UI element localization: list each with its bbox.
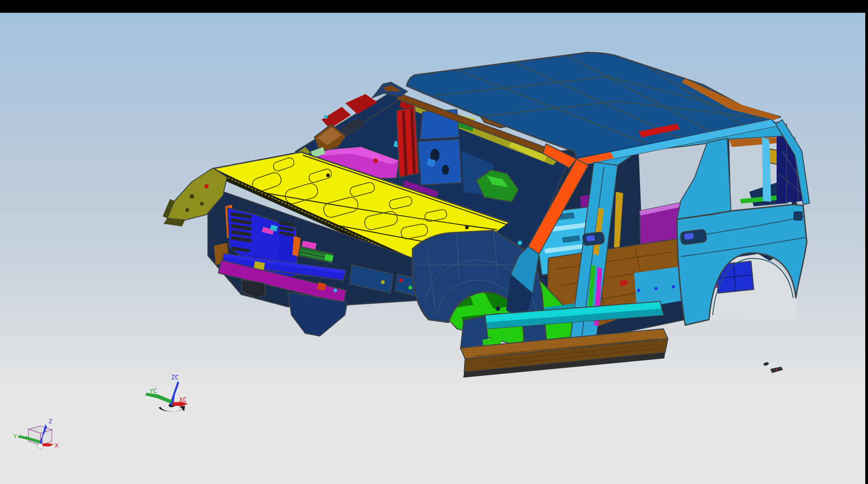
- pillar-cyan-dot: [324, 115, 328, 119]
- bay-red-dot: [399, 279, 403, 282]
- hood-bolt-1: [326, 174, 330, 177]
- fender-hole-1: [190, 194, 194, 199]
- handle-glyph-front: [586, 235, 595, 242]
- cad-viewport[interactable]: ZC YC XC Z Y X: [0, 0, 868, 484]
- handle-glyph-rear: [684, 233, 693, 240]
- sill-dot-1: [637, 289, 640, 292]
- fender-hole-2: [200, 202, 204, 205]
- fender-red-dot: [205, 184, 209, 189]
- handle-recess-front[interactable]: [582, 232, 604, 246]
- bay-yellow-dot: [381, 280, 385, 284]
- wcs-y-label: YC: [149, 387, 157, 395]
- sill-dot-2: [655, 287, 658, 290]
- hood-bolt-2: [465, 226, 469, 229]
- bay-green-dot: [408, 286, 412, 289]
- fender-teal-dot: [518, 241, 522, 245]
- application-window: ZC YC XC Z Y X: [0, 0, 868, 484]
- view-y-label: Y: [13, 433, 17, 440]
- debris-accent: [776, 368, 778, 370]
- dash-hole-2: [442, 165, 449, 175]
- wcs-x-label: XC: [179, 396, 187, 403]
- fender-hole-3: [185, 208, 189, 212]
- fender-hole: [496, 306, 500, 311]
- wcs-z-label: ZC: [171, 374, 179, 381]
- view-x-label: X: [55, 442, 58, 449]
- bumper-cyan-dot: [333, 289, 337, 292]
- sill-dot-3: [672, 285, 675, 289]
- rear-bracket: [794, 211, 803, 221]
- view-origin-sphere: [37, 443, 43, 449]
- handle-recess-rear[interactable]: [680, 229, 707, 245]
- view-z-label: Z: [48, 418, 52, 425]
- cowl-red-dot: [373, 158, 378, 163]
